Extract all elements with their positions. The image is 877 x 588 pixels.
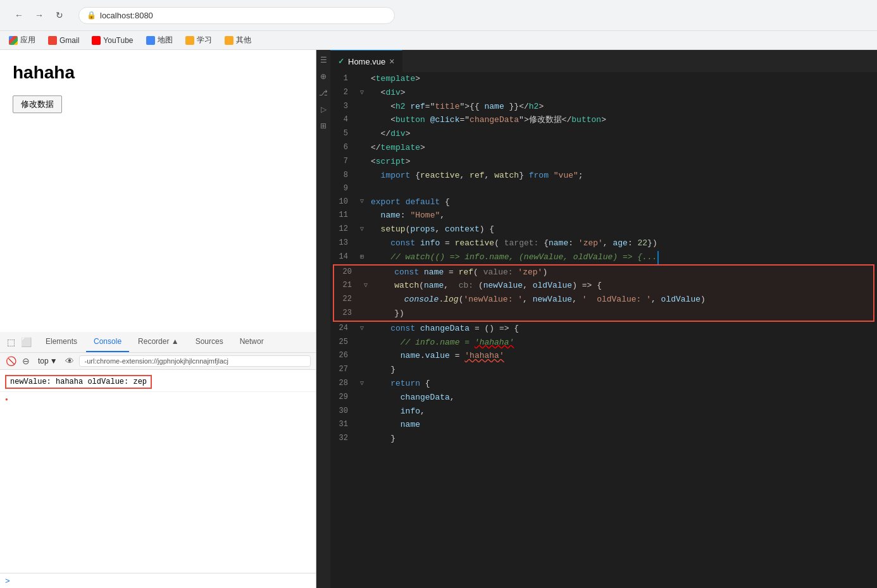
- console-log-line: newValue: hahaha oldValue: zep: [0, 372, 316, 392]
- bookmark-study[interactable]: 学习: [183, 34, 215, 47]
- bookmark-other-label: 其他: [236, 35, 251, 46]
- console-result-box: newValue: hahaha oldValue: zep: [5, 375, 152, 389]
- other-icon: [225, 36, 233, 45]
- code-line-8: 8 import {reactive, ref, watch} from "vu…: [330, 169, 877, 183]
- bookmark-apps-label: 应用: [20, 35, 35, 46]
- devtools-panel: ⬚ ⬜ Elements Console Recorder ▲ Sources …: [0, 332, 316, 589]
- code-line-31: 31 name: [330, 418, 877, 432]
- tab-recorder[interactable]: Recorder ▲: [130, 332, 187, 352]
- code-line-28: 28 ▽ return {: [330, 377, 877, 391]
- study-icon: [185, 36, 194, 45]
- code-editor[interactable]: 1 <template> 2 ▽ <div> 3 <h2 ref="title"…: [330, 72, 877, 588]
- bookmarks-bar: 应用 Gmail YouTube 地图 学习 其他: [0, 30, 877, 49]
- inspect-icon[interactable]: ⬚: [5, 336, 16, 348]
- main-area: hahaha 修改数据 ⬚ ⬜ Elements Console Recorde…: [0, 50, 877, 588]
- browser-chrome: ← → ↻ 🔒 localhost:8080 应用 Gmail YouTube …: [0, 0, 877, 50]
- bookmark-apps[interactable]: 应用: [6, 34, 38, 47]
- code-line-32: 32 }: [330, 432, 877, 446]
- reload-button[interactable]: ↻: [51, 6, 68, 24]
- context-label: top: [38, 357, 49, 365]
- error-dot-icon: ●: [5, 396, 8, 402]
- code-line-25: 25 // info.name = 'hahaha': [330, 336, 877, 350]
- code-line-21: 21 ▽ watch(name, cb: (newValue, oldValue…: [334, 279, 873, 293]
- code-line-22: 22 console.log('newValue: ', newValue, '…: [334, 293, 873, 307]
- tab-console[interactable]: Console: [86, 332, 129, 352]
- tab-close-button[interactable]: ×: [389, 56, 394, 66]
- address-bar: ← → ↻ 🔒 localhost:8080: [0, 0, 877, 30]
- activity-explorer-icon[interactable]: ☰: [318, 55, 328, 65]
- browser-viewport: hahaha 修改数据 ⬚ ⬜ Elements Console Recorde…: [0, 50, 316, 588]
- code-line-13: 13 const info = reactive( target: {name:…: [330, 236, 877, 250]
- url-text: localhost:8080: [100, 11, 153, 20]
- device-icon[interactable]: ⬜: [20, 336, 32, 348]
- url-input[interactable]: 🔒 localhost:8080: [78, 7, 395, 24]
- code-line-4: 4 <button @click="changeData">修改数据</butt…: [330, 113, 877, 127]
- code-line-10: 10 ▽ export default {: [330, 195, 877, 209]
- lock-icon: 🔒: [87, 11, 96, 20]
- console-output: newValue: hahaha oldValue: zep ●: [0, 370, 316, 573]
- back-button[interactable]: ←: [10, 6, 28, 24]
- activity-search-icon[interactable]: ⊕: [318, 71, 328, 82]
- code-line-1: 1 <template>: [330, 72, 877, 86]
- maps-icon: [146, 36, 155, 45]
- youtube-icon: [92, 36, 101, 45]
- code-line-14: 14 ⊞ // watch(() => info.name, (newValue…: [330, 250, 877, 264]
- bookmark-maps-label: 地图: [158, 35, 173, 46]
- activity-debug-icon[interactable]: ▷: [318, 104, 328, 114]
- code-line-3: 3 <h2 ref="title">{{ name }}</h2>: [330, 100, 877, 114]
- clear-console-icon[interactable]: 🚫: [5, 355, 16, 367]
- page-content: hahaha 修改数据: [0, 50, 316, 332]
- eye-icon[interactable]: 👁: [64, 355, 75, 367]
- code-line-7: 7 <script>: [330, 155, 877, 169]
- tab-sources[interactable]: Sources: [188, 332, 231, 352]
- code-line-30: 30 info,: [330, 405, 877, 419]
- editor-tab-bar: ✓ Home.vue ×: [330, 50, 877, 72]
- editor-tab-filename: Home.vue: [348, 57, 385, 66]
- nav-buttons: ← → ↻: [5, 3, 73, 28]
- filter-icon[interactable]: ⊖: [20, 355, 32, 367]
- code-line-24: 24 ▽ const changeData = () => {: [330, 322, 877, 336]
- code-line-20: 20 const name = ref( value: 'zep'): [334, 266, 873, 279]
- activity-bar: ☰ ⊕ ⎇ ▷ ⊞: [316, 50, 330, 588]
- bookmark-gmail-label: Gmail: [59, 36, 79, 45]
- context-dropdown[interactable]: top ▼: [35, 355, 60, 367]
- activity-extensions-icon[interactable]: ⊞: [318, 121, 328, 131]
- editor-tab-home-vue[interactable]: ✓ Home.vue ×: [330, 50, 402, 72]
- code-line-5: 5 </div>: [330, 127, 877, 141]
- console-input-line[interactable]: >: [0, 573, 316, 588]
- tab-network[interactable]: Networ: [232, 332, 271, 352]
- console-error-dot: ●: [0, 392, 316, 405]
- gmail-icon: [48, 36, 57, 45]
- modify-data-button[interactable]: 修改数据: [13, 95, 62, 113]
- console-output-text: newValue: hahaha oldValue: zep: [10, 377, 147, 386]
- bookmark-youtube[interactable]: YouTube: [89, 35, 135, 46]
- code-line-23: 23 }): [334, 307, 873, 321]
- tab-elements[interactable]: Elements: [38, 332, 85, 352]
- console-url-filter[interactable]: -url:chrome-extension://jgphnjokjhjlcnna…: [79, 355, 311, 367]
- editor-container: ✓ Home.vue × 1 <template> 2 ▽ <div> 3: [330, 50, 877, 588]
- code-line-9: 9: [330, 182, 877, 195]
- code-line-11: 11 name: "Home",: [330, 209, 877, 223]
- console-cursor: >: [5, 576, 10, 585]
- bookmark-study-label: 学习: [197, 35, 212, 46]
- bookmark-maps[interactable]: 地图: [144, 34, 175, 47]
- code-line-6: 6 </template>: [330, 141, 877, 155]
- code-line-12: 12 ▽ setup(props, context) {: [330, 223, 877, 236]
- activity-git-icon[interactable]: ⎇: [318, 88, 328, 98]
- console-section: newValue: hahaha oldValue: zep ● >: [0, 370, 316, 589]
- bookmark-youtube-label: YouTube: [103, 36, 133, 45]
- apps-icon: [9, 36, 18, 45]
- vue-icon: ✓: [338, 57, 344, 66]
- dropdown-arrow: ▼: [50, 357, 58, 365]
- bookmark-other[interactable]: 其他: [222, 34, 254, 47]
- bookmark-gmail[interactable]: Gmail: [46, 35, 82, 46]
- code-line-29: 29 changeData,: [330, 391, 877, 405]
- forward-button[interactable]: →: [30, 6, 48, 24]
- code-line-2: 2 ▽ <div>: [330, 86, 877, 100]
- code-line-26: 26 name.value = 'hahaha': [330, 349, 877, 363]
- page-title: hahaha: [13, 63, 303, 83]
- code-line-27: 27 }: [330, 363, 877, 377]
- devtools-tabs: ⬚ ⬜ Elements Console Recorder ▲ Sources …: [0, 332, 316, 353]
- console-toolbar: 🚫 ⊖ top ▼ 👁 -url:chrome-extension://jgph…: [0, 353, 316, 370]
- highlight-region: 20 const name = ref( value: 'zep') 21 ▽ …: [333, 264, 874, 322]
